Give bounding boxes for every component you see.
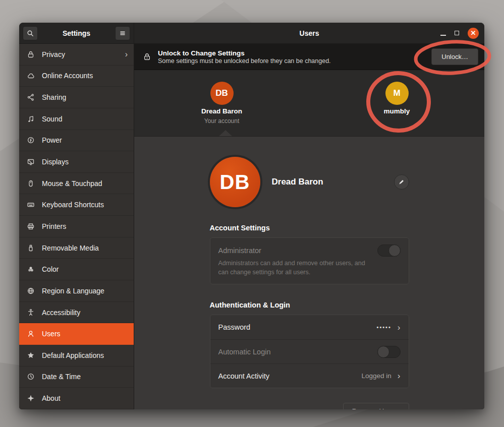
app-title: Settings [40,29,113,37]
cloud-icon [27,72,35,80]
star-icon [27,351,35,359]
close-button[interactable]: ✕ [468,28,479,39]
account-activity-row[interactable]: Account ActivityLogged in› [210,363,409,388]
password-row[interactable]: Password•••••› [210,315,409,339]
page-title: Users [300,29,319,37]
sidebar-item-users[interactable]: Users [19,323,134,345]
profile-row: DB Dread Baron [210,157,409,207]
sidebar-item-label: Color [42,265,59,273]
search-button[interactable] [23,26,38,40]
user-name: mumbly [384,107,410,115]
pane-header: Users ✕ [134,23,484,44]
automatic-login-row: Automatic Login [210,339,409,363]
administrator-toggle[interactable] [377,245,401,257]
sidebar-item-online-accounts[interactable]: Online Accounts [19,66,134,87]
clock-icon [27,373,35,381]
chevron-right-icon: › [398,323,401,332]
sidebar-item-label: Mouse & Touchpad [42,179,102,188]
automatic-login-toggle[interactable] [377,346,401,358]
sidebar-item-label: Printers [42,222,66,230]
sidebar-item-privacy[interactable]: Privacy› [19,44,134,66]
sidebar-item-sharing[interactable]: Sharing [19,87,134,108]
account-settings-heading: Account Settings [210,224,409,232]
password-value: ••••• [377,324,391,330]
menu-button[interactable] [115,26,130,40]
lock-icon [143,52,151,62]
profile-name: Dread Baron [272,177,323,187]
sidebar-item-mouse-touchpad[interactable]: Mouse & Touchpad [19,173,134,195]
mouse-icon [27,179,35,188]
unlock-button[interactable]: Unlock… [431,48,478,65]
users-pane: Unlock to Change Settings Some settings … [134,44,484,409]
sidebar-item-removable-media[interactable]: Removable Media [19,237,134,259]
minimize-button[interactable] [440,35,446,36]
carousel-user-dread-baron[interactable]: DBDread BaronYour account [134,70,309,136]
user-subtitle: Your account [204,117,240,125]
sidebar-header: Settings [19,23,134,44]
account-settings-card: Administrator Administrators can add and… [210,237,409,284]
password-label: Password [218,323,251,331]
banner-subtitle: Some settings must be unlocked before th… [158,57,331,65]
settings-window: Settings Users ✕ Privacy›Online Accounts… [19,23,484,409]
sidebar-item-accessibility[interactable]: Accessibility [19,302,134,324]
share-icon [27,93,35,101]
keyboard-icon [27,201,35,209]
search-icon [26,29,34,37]
banner-title: Unlock to Change Settings [158,49,331,57]
sidebar-item-label: Removable Media [42,244,99,252]
user-name: Dread Baron [201,107,242,115]
sidebar-item-label: Online Accounts [42,72,93,80]
remove-user-button[interactable]: Remove User… [343,403,409,409]
hamburger-icon [119,29,127,37]
display-icon [27,158,35,166]
sidebar-item-printers[interactable]: Printers [19,216,134,237]
sidebar-item-displays[interactable]: Displays [19,151,134,173]
unlock-banner: Unlock to Change Settings Some settings … [134,44,484,70]
chevron-right-icon: › [125,50,128,58]
sidebar-item-label: Sharing [42,93,66,101]
sidebar: Privacy›Online AccountsSharingSoundPower… [19,44,134,409]
sound-icon [27,115,35,123]
desktop-background: { "window": { "title": "Users" }, "windo… [0,0,504,427]
sidebar-item-label: Privacy [42,50,65,58]
user-carousel: DBDread BaronYour accountMmumbly [134,70,484,137]
administrator-label: Administrator [218,247,261,255]
sidebar-item-date-time[interactable]: Date & Time [19,367,134,388]
avatar: DB [210,82,234,105]
sidebar-item-about[interactable]: About [19,388,134,409]
carousel-user-mumbly[interactable]: Mmumbly [309,70,484,136]
toggle-knob [388,245,401,257]
toggle-knob [377,346,389,358]
sidebar-item-label: Power [42,136,62,144]
sidebar-item-keyboard-shortcuts[interactable]: Keyboard Shortcuts [19,194,134,216]
accessibility-icon [27,309,35,317]
sidebar-item-label: Accessibility [42,309,80,317]
color-icon [27,265,35,273]
administrator-description: Administrators can add and remove other … [218,259,372,277]
pencil-icon [398,178,405,186]
selected-user-pointer [219,130,232,136]
sidebar-item-label: About [42,394,61,402]
edit-name-button[interactable] [394,174,409,190]
window-controls: ✕ [440,23,479,43]
avatar: DB [210,157,260,207]
avatar: M [385,82,409,105]
sidebar-item-label: Sound [42,115,62,123]
auth-login-heading: Authentication & Login [210,301,409,309]
user-detail-panel: DB Dread Baron Account Settings Administ… [134,137,484,409]
sidebar-item-label: Region & Language [42,287,104,295]
sidebar-item-label: Date & Time [42,373,81,381]
sidebar-item-power[interactable]: Power [19,130,134,152]
sidebar-item-color[interactable]: Color [19,259,134,280]
chevron-right-icon: › [398,372,401,380]
sidebar-item-default-applications[interactable]: Default Applications [19,345,134,367]
sparkle-icon [27,394,35,402]
maximize-button[interactable] [455,31,459,35]
sidebar-item-label: Default Applications [42,351,104,359]
users-icon [27,330,35,338]
account-activity-label: Account Activity [218,372,270,380]
auth-login-card: Password•••••›Automatic LoginAccount Act… [210,315,409,388]
power-icon [27,136,35,144]
sidebar-item-region-language[interactable]: Region & Language [19,280,134,302]
sidebar-item-sound[interactable]: Sound [19,108,134,130]
